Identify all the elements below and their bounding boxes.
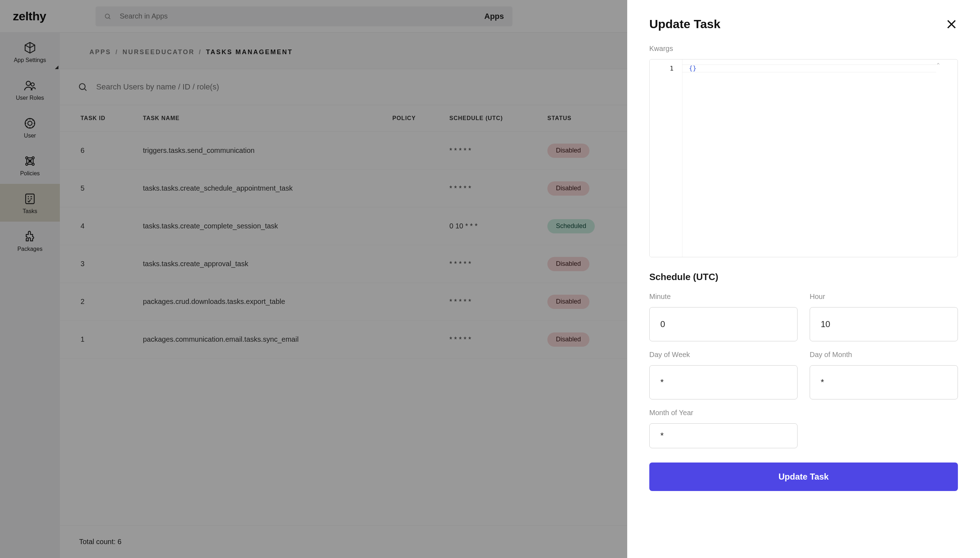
kwargs-editor[interactable]: 1 ^ {}: [649, 59, 958, 257]
field-day-of-week: Day of Week: [649, 351, 798, 399]
dow-label: Day of Week: [649, 351, 798, 359]
field-month-of-year: Month of Year: [649, 409, 798, 448]
hour-label: Hour: [810, 292, 958, 301]
moy-input[interactable]: [649, 423, 798, 448]
cursor-mark: ^: [937, 62, 940, 68]
code-text: {}: [689, 64, 697, 72]
field-minute: Minute: [649, 292, 798, 341]
dow-input[interactable]: [649, 365, 798, 399]
minute-input[interactable]: [649, 307, 798, 341]
line-number: 1: [650, 64, 673, 72]
app-root: zelthy Apps App Settings: [0, 0, 980, 558]
code-body[interactable]: ^ {}: [683, 59, 957, 257]
schedule-form: Minute Hour Day of Week Day of Month Mon…: [649, 292, 958, 448]
field-hour: Hour: [810, 292, 958, 341]
minute-label: Minute: [649, 292, 798, 301]
update-task-panel: Update Task Kwargs 1 ^ {} Schedule (UTC)…: [627, 0, 980, 558]
line-highlight: [683, 64, 936, 72]
dom-label: Day of Month: [810, 351, 958, 359]
moy-label: Month of Year: [649, 409, 798, 417]
panel-title: Update Task: [649, 17, 721, 31]
kwargs-label: Kwargs: [649, 44, 958, 53]
panel-header: Update Task: [649, 17, 958, 31]
dom-input[interactable]: [810, 365, 958, 399]
hour-input[interactable]: [810, 307, 958, 341]
close-icon[interactable]: [945, 18, 958, 31]
schedule-section-title: Schedule (UTC): [649, 271, 958, 282]
update-task-button[interactable]: Update Task: [649, 463, 958, 491]
code-gutter: 1: [650, 59, 683, 257]
panel-footer: Update Task: [649, 463, 958, 491]
field-day-of-month: Day of Month: [810, 351, 958, 399]
